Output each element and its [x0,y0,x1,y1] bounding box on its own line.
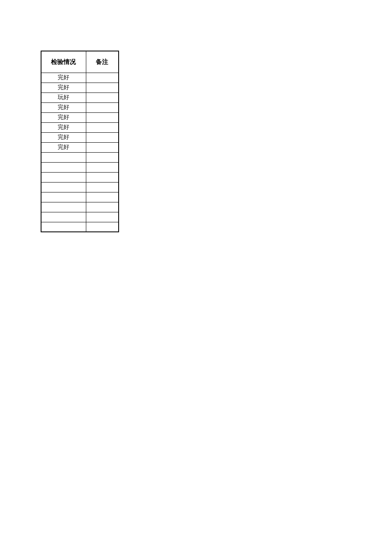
cell-remark [86,73,119,83]
table-header-row: 检验情况 备注 [41,51,119,73]
table-row: 完好 [41,112,119,122]
cell-remark [86,102,119,112]
table-row [41,172,119,182]
table-row [41,202,119,212]
cell-remark [86,212,119,222]
table-row [41,152,119,162]
table-row: 玩好 [41,92,119,102]
cell-remark [86,192,119,202]
table-row: 完好 [41,83,119,92]
cell-status: 完好 [41,73,86,83]
cell-remark [86,112,119,122]
cell-status [41,212,86,222]
cell-status [41,162,86,172]
cell-remark [86,222,119,232]
header-remark: 备注 [86,51,119,73]
cell-remark [86,202,119,212]
cell-status [41,152,86,162]
cell-status [41,222,86,232]
cell-remark [86,83,119,92]
table-row: 完好 [41,73,119,83]
cell-status: 完好 [41,142,86,152]
table-row: 完好 [41,122,119,132]
cell-status [41,202,86,212]
cell-status: 完好 [41,132,86,142]
table-row: 完好 [41,102,119,112]
cell-remark [86,162,119,172]
cell-remark [86,182,119,192]
cell-status [41,172,86,182]
table-row [41,182,119,192]
inspection-table: 检验情况 备注 完好 完好 玩好 完好 完好 [41,51,119,232]
cell-status: 完好 [41,122,86,132]
cell-status: 玩好 [41,92,86,102]
cell-status: 完好 [41,102,86,112]
table-row: 完好 [41,142,119,152]
table-row: 完好 [41,132,119,142]
cell-remark [86,152,119,162]
table-row [41,212,119,222]
cell-remark [86,122,119,132]
cell-remark [86,92,119,102]
cell-status [41,192,86,202]
cell-remark [86,132,119,142]
cell-remark [86,172,119,182]
table-row [41,162,119,172]
cell-status [41,182,86,192]
header-status: 检验情况 [41,51,86,73]
cell-remark [86,142,119,152]
table-row [41,192,119,202]
cell-status: 完好 [41,112,86,122]
table-row [41,222,119,232]
cell-status: 完好 [41,83,86,92]
